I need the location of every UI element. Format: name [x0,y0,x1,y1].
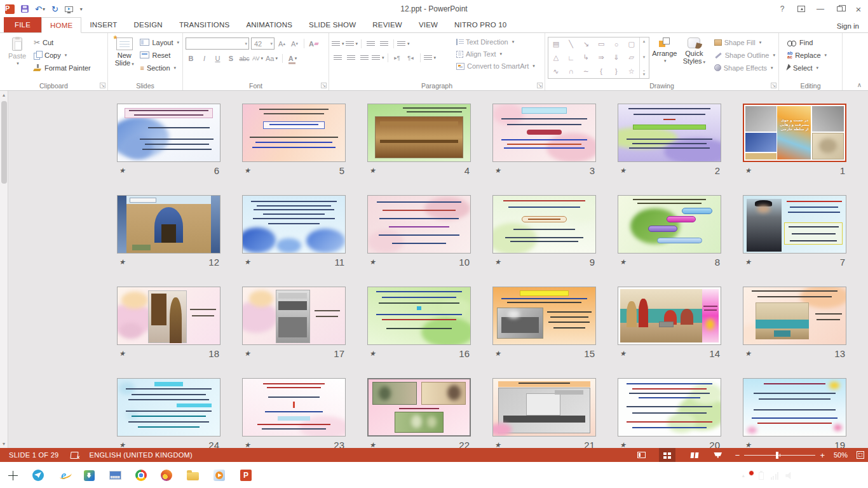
slide-thumbnail-16[interactable] [367,287,471,345]
taskbar-clock[interactable]: 19:3108/04/2020 [813,467,848,485]
slide-thumbnail-17[interactable] [242,287,346,345]
strikethrough-button[interactable]: abc [239,53,250,64]
taskbar-file-explorer[interactable] [180,463,205,487]
shape-glyph-12[interactable]: ∿ [553,67,559,76]
format-painter-button[interactable]: Format Painter [32,62,93,74]
shape-glyph-16[interactable]: } [615,67,618,75]
font-size-combo[interactable]: 42▾ [251,37,275,50]
clipboard-dialog-launcher[interactable]: ↘ [100,83,105,88]
slide-thumbnail-1[interactable]: در جست و جوی پیشرفت و رهایی از سلطه خارج… [743,104,846,162]
shape-glyph-8[interactable]: ↳ [583,53,589,62]
layout-button[interactable]: Layout▾ [138,36,181,48]
font-color-dropdown-icon[interactable]: ▾ [295,56,297,61]
shape-glyph-1[interactable]: ╲ [569,40,573,48]
close-button[interactable]: × [849,2,868,16]
slide-thumbnail-21[interactable] [492,378,596,437]
justify-dropdown-icon[interactable]: ▾ [382,55,384,60]
slide-thumbnail-10[interactable] [367,195,471,254]
taskbar-chrome[interactable] [128,463,154,488]
taskbar-download-manager[interactable] [76,463,102,488]
minimize-button[interactable]: — [811,2,830,16]
shape-outline-button[interactable]: Shape Outline▾ [712,49,777,61]
decrease-font-size-button[interactable]: A▾ [289,38,300,50]
slide-thumbnail-2[interactable] [618,104,721,162]
spell-check-icon[interactable] [70,452,78,459]
replace-dropdown-icon[interactable]: ▾ [825,53,827,58]
paste-dropdown-icon[interactable]: ▾ [17,61,19,66]
taskbar-telegram[interactable] [25,463,51,488]
tab-slide-show[interactable]: SLIDE SHOW [301,17,364,32]
line-spacing-button[interactable]: ▾ [397,38,410,50]
new-slide-button[interactable]: * NewSlide▾ [111,35,138,80]
paste-button[interactable]: Paste ▾ [3,35,32,80]
shape-glyph-13[interactable]: ∩ [569,67,574,75]
undo-dropdown-icon[interactable]: ▾ [43,6,45,12]
columns-button[interactable]: ▾ [424,52,437,64]
slide-sorter-view-button[interactable] [659,448,675,462]
slide-thumbnail-15[interactable] [492,287,596,345]
shape-glyph-10[interactable]: ⇓ [613,53,619,62]
shape-glyph-17[interactable]: ☆ [628,67,635,76]
start-button[interactable] [0,463,25,488]
shapes-scroll-up-icon[interactable]: ▴ [643,39,646,44]
tab-transitions[interactable]: TRANSITIONS [171,17,238,32]
show-desktop-button[interactable] [858,463,862,488]
justify-button[interactable]: ▾ [372,52,384,64]
shape-glyph-11[interactable]: ▱ [629,53,634,62]
layout-dropdown-icon[interactable]: ▾ [177,40,179,45]
zoom-in-button[interactable]: + [820,451,825,460]
repeat-button[interactable]: ↻ [51,4,58,14]
copy-button[interactable]: Copy▾ [32,49,93,61]
text-shadow-button[interactable]: S [226,53,236,64]
slide-thumbnail-3[interactable] [492,104,596,162]
slide-thumbnail-9[interactable] [492,195,596,254]
shape-glyph-5[interactable]: ▢ [628,40,635,48]
align-left-button[interactable] [332,52,344,64]
bullets-dropdown-icon[interactable]: ▾ [342,41,344,46]
tab-review[interactable]: REVIEW [364,17,410,32]
slide-thumbnail-20[interactable] [618,378,721,437]
clear-formatting-button[interactable]: A [308,38,319,50]
slide-show-button[interactable] [710,448,726,462]
normal-view-button[interactable] [634,448,650,462]
tab-design[interactable]: DESIGN [126,17,171,32]
decrease-indent-button[interactable] [365,38,377,50]
shape-fill-button[interactable]: Shape Fill▾ [712,36,777,48]
font-name-dropdown-icon[interactable]: ▾ [245,41,247,46]
right-to-left-button[interactable]: ¶◂ [405,52,417,64]
bullets-button[interactable]: ▾ [332,38,344,50]
tab-animations[interactable]: ANIMATIONS [238,17,301,32]
slide-thumbnail-7[interactable] [743,195,846,254]
undo-button[interactable]: ↶▾ [35,4,45,14]
scroll-up-icon[interactable]: ▴ [3,92,5,98]
slide-thumbnail-23[interactable] [242,378,346,437]
select-button[interactable]: Select▾ [785,62,829,74]
find-button[interactable]: Find [785,36,829,48]
arrange-button[interactable]: Arrange ▾ [649,35,680,80]
numbering-button[interactable]: ▾ [346,38,358,50]
input-language-indicator[interactable]: فا [801,471,806,480]
customize-qat-button[interactable]: ▾ [79,6,83,12]
shape-glyph-9[interactable]: ⇒ [599,53,604,62]
battery-icon[interactable] [759,472,764,480]
shape-glyph-7[interactable]: ∟ [567,54,574,62]
quick-styles-button[interactable]: QuickStyles▾ [680,35,709,80]
section-dropdown-icon[interactable]: ▾ [174,65,177,71]
align-right-button[interactable] [358,52,370,64]
smartart-dropdown-icon[interactable]: ▾ [532,64,535,69]
slide-thumbnail-4[interactable] [367,104,471,162]
ribbon-display-options-button[interactable] [792,2,811,16]
bold-button[interactable]: B [186,53,196,64]
text-direction-button[interactable]: Text Direction▾ [454,36,537,48]
line-spacing-dropdown-icon[interactable]: ▾ [407,41,410,46]
language-indicator[interactable]: ENGLISH (UNITED KINGDOM) [90,451,193,459]
slide-thumbnail-5[interactable] [242,104,346,162]
slide-thumbnail-8[interactable] [618,195,721,254]
shape-glyph-3[interactable]: ▭ [598,40,604,48]
tab-insert[interactable]: INSERT [81,17,125,32]
sign-in-link[interactable]: Sign in [837,22,859,30]
scrollbar-thumb[interactable] [1,101,7,184]
scroll-down-icon[interactable]: ▾ [3,441,5,447]
shape-effects-button[interactable]: Shape Effects▾ [712,62,777,74]
shapes-scroll-down-icon[interactable]: ▾ [643,55,646,60]
